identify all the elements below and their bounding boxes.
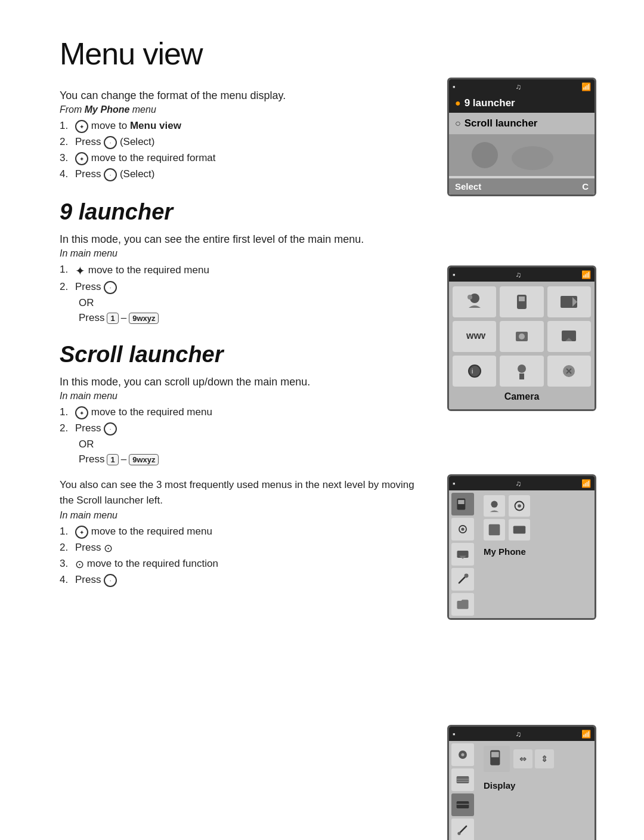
launcher-steps: 1. ✦ move to the required menu 2. Press … [60,264,423,324]
phone-screen-4: ▪ ♫ 📶 [447,725,596,840]
select-icon: · [104,136,117,149]
bullet-selected: ● [455,98,461,109]
svg-point-15 [518,365,526,373]
scroll-main-area-4: ⇔ ⇕ Display [478,743,592,840]
svg-rect-34 [457,801,469,808]
scroll4-item-1 [451,743,474,766]
nav-icon: ✦ [75,120,88,133]
svg-rect-19 [458,500,464,504]
select-icon-3: · [104,281,117,294]
nav-icon-2: ✦ [75,152,88,165]
status-icon-right-3: 📶 [581,479,591,488]
grid-item-6 [547,321,591,352]
svg-point-30 [461,753,464,756]
page-title: Menu view [60,36,423,72]
scroll-launcher-heading: Scroll launcher [60,342,423,368]
svg-point-36 [457,832,460,835]
grid-item-5 [500,321,543,352]
menu-view-steps: 1. ✦ move to Menu view 2. Press · (Selec… [60,120,423,181]
svg-point-24 [491,501,497,508]
status-bar-2: ▪ ♫ 📶 [449,267,595,282]
scroll-steps: 1. ✦ move to the required menu 2. Press … [60,406,423,465]
scroll4-item-3 [451,793,474,816]
screen4-body: ⇔ ⇕ Display [449,741,595,840]
scroll-icon-4 [509,519,530,541]
screen4-sub-items: ⇔ ⇕ [513,749,554,768]
scroll-launcher-in-menu: In main menu [60,391,423,402]
status-bar-1: ▪ ♫ 📶 [449,79,595,94]
svg-point-4 [467,295,472,299]
screen4-sub-row: ⇔ ⇕ [513,749,554,768]
scroll-sidebar-4 [451,743,478,840]
scroll4-item-2 [451,768,474,791]
select-button-label: Select [455,181,481,192]
status-icon-right-1: 📶 [581,82,591,91]
scroll4-item-4 [451,819,474,840]
scroll-sidebar [451,493,478,616]
svg-text:i: i [472,368,473,375]
screen2-camera-label: Camera [453,389,591,404]
screen1-item-scroll: ○ Scroll launcher [449,113,595,134]
select-icon-5: · [104,574,117,587]
screen4-icon-arrows: ⇔ [513,749,532,768]
grid-item-7: i [453,356,496,387]
grid-item-2 [500,286,543,317]
status-icon-right-4: 📶 [581,730,591,739]
svg-rect-16 [519,373,524,379]
screen1-image-area [449,134,595,176]
status-icon-mid-3: ♫ [515,479,521,488]
scroll-item-settings [451,518,474,541]
launcher-grid: www i [453,286,591,387]
svg-rect-25 [489,524,500,536]
phone-screen-2: ▪ ♫ 📶 www [447,265,596,411]
screen4-icon-updown: ⇕ [535,749,554,768]
key-1b: 1 [107,454,118,465]
scroll-main-area: My Phone [478,493,592,616]
intro-text: You can change the format of the menu di… [60,89,423,102]
svg-point-2 [512,146,553,170]
from-menu-label: From My Phone menu [60,104,423,115]
phone-screen-3: ▪ ♫ 📶 [447,474,596,620]
svg-rect-6 [519,297,525,301]
launcher-in-menu: In main menu [60,248,423,259]
select-icon-4: · [104,422,117,436]
key-9: 9wxyz [129,313,159,324]
screen1-decorative-img [449,134,595,176]
scroll-icon-3 [484,519,505,541]
svg-rect-38 [491,752,499,757]
svg-text:www: www [466,331,485,341]
cross-icon: ✦ [75,264,85,277]
screen1-body: ● 9 launcher ○ Scroll launcher Sel [449,94,595,194]
scroll-steps-2: 1. ✦ move to the required menu 2. Press … [60,526,423,587]
additional-text: You also can see the 3 most frequently u… [60,477,423,508]
screen1-item-launcher: ● 9 launcher [449,94,595,113]
svg-rect-31 [457,776,469,783]
svg-point-11 [519,333,525,339]
screen2-body: www i [449,282,595,409]
status-bar-4: ▪ ♫ 📶 [449,727,595,741]
svg-point-27 [518,504,521,508]
grid-item-4: www [453,321,496,352]
screen3-body: My Phone [449,490,595,618]
bullet-normal: ○ [455,118,461,129]
key-1: 1 [107,313,118,324]
screen4-sub-icons: ⇔ ⇕ [481,743,556,777]
status-icon-mid-2: ♫ [515,270,521,279]
scroll-item-folder [451,593,474,616]
svg-point-13 [469,365,481,377]
launcher-heading: 9 launcher [60,199,423,225]
select-icon-2: · [104,168,117,181]
nav-icon-4: ✦ [75,526,88,539]
status-icon-left-2: ▪ [453,270,456,279]
scroll-item-phone [451,493,474,515]
scroll-icon-2 [509,495,530,517]
scroll-launcher-in-menu-2: In main menu [60,510,423,521]
svg-point-1 [472,142,498,168]
status-icon-mid-1: ♫ [515,82,521,91]
scroll-item-msg [451,543,474,566]
status-bar-3: ▪ ♫ 📶 [449,476,595,490]
status-icon-left-4: ▪ [453,730,456,739]
status-icon-left-3: ▪ [453,479,456,488]
left-arrow-icon: ⊙ [75,558,84,570]
svg-point-23 [465,573,469,578]
